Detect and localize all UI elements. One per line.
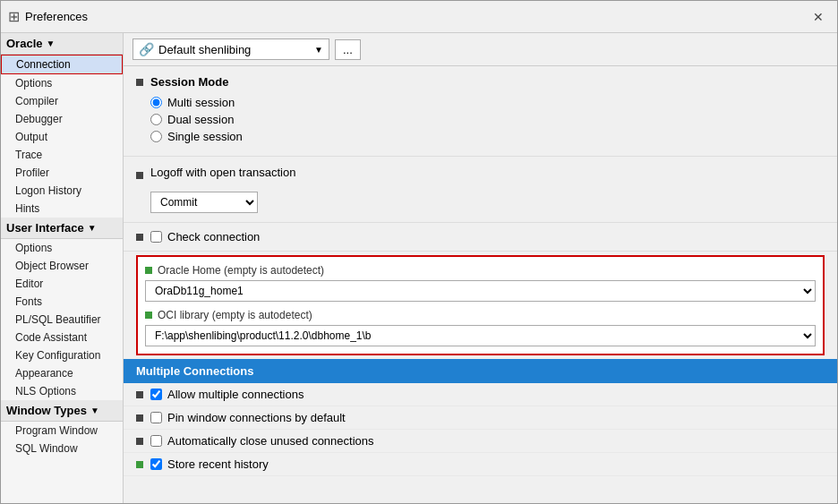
sidebar: Oracle ▼ Connection Options Compiler Deb… bbox=[1, 33, 124, 503]
sidebar-item-program-window[interactable]: Program Window bbox=[1, 422, 123, 440]
sidebar-item-editor[interactable]: Editor bbox=[1, 275, 123, 293]
store-recent-checkbox[interactable] bbox=[150, 458, 162, 470]
main-toolbar: 🔗 Default shenlibing ▼ ... bbox=[124, 33, 837, 66]
multi-session-label: Multi session bbox=[167, 96, 235, 109]
mc-auto-close: Automatically close unused connections bbox=[124, 430, 837, 453]
sidebar-item-logon-history[interactable]: Logon History bbox=[1, 182, 123, 200]
logoff-dropdown[interactable]: Commit Rollback Ask bbox=[150, 192, 258, 213]
check-connection-label: Check connection bbox=[167, 230, 260, 243]
session-mode-title: Session Mode bbox=[150, 75, 228, 89]
mc-allow-multiple: Allow multiple connections bbox=[124, 383, 837, 406]
sidebar-item-compiler[interactable]: Compiler bbox=[1, 92, 123, 110]
oci-library-label-row: OCI library (empty is autodetect) bbox=[145, 309, 816, 321]
logoff-label: Logoff with open transaction bbox=[150, 166, 295, 179]
dual-session-label: Dual session bbox=[167, 113, 234, 126]
mc-store-recent: Store recent history bbox=[124, 453, 837, 476]
session-mode-section: Session Mode Multi session Dual session … bbox=[124, 66, 837, 157]
oracle-home-label: Oracle Home (empty is autodetect) bbox=[158, 264, 324, 277]
oracle-home-oci-group: Oracle Home (empty is autodetect) OraDb1… bbox=[136, 255, 825, 355]
pin-window-checkbox[interactable] bbox=[150, 412, 162, 423]
mc-allow-marker bbox=[136, 391, 143, 398]
multi-session-row: Multi session bbox=[150, 96, 825, 109]
oci-library-label: OCI library (empty is autodetect) bbox=[158, 309, 312, 321]
check-connection-marker bbox=[136, 234, 143, 241]
window-title: Preferences bbox=[25, 10, 807, 23]
oci-library-select[interactable]: F:\app\shenlibing\product\11.2.0\dbhome_… bbox=[145, 325, 816, 346]
titlebar: ⊞ Preferences ✕ bbox=[1, 1, 837, 33]
sidebar-section-ui-label: User Interface bbox=[6, 221, 84, 235]
sidebar-section-oracle[interactable]: Oracle ▼ bbox=[1, 33, 123, 55]
mc-pin-marker bbox=[136, 414, 143, 422]
store-recent-label: Store recent history bbox=[167, 457, 269, 471]
sidebar-item-connection[interactable]: Connection bbox=[1, 55, 123, 74]
session-mode-marker bbox=[136, 79, 143, 86]
sidebar-item-output[interactable]: Output bbox=[1, 128, 123, 146]
main-panel: 🔗 Default shenlibing ▼ ... Session Mode … bbox=[124, 33, 837, 503]
check-connection-section: Check connection bbox=[124, 223, 837, 252]
oracle-home-field: Oracle Home (empty is autodetect) OraDb1… bbox=[145, 264, 816, 302]
mc-auto-close-marker bbox=[136, 438, 143, 445]
pin-window-label: Pin window connections by default bbox=[167, 411, 346, 424]
wt-section-arrow: ▼ bbox=[90, 406, 99, 415]
sidebar-section-window-types[interactable]: Window Types ▼ bbox=[1, 400, 123, 422]
oracle-section-arrow: ▼ bbox=[46, 38, 55, 48]
app-icon: ⊞ bbox=[8, 8, 20, 25]
oci-library-field: OCI library (empty is autodetect) F:\app… bbox=[145, 309, 816, 346]
logoff-section: Logoff with open transaction Commit Roll… bbox=[124, 157, 837, 223]
single-session-row: Single session bbox=[150, 130, 825, 143]
close-button[interactable]: ✕ bbox=[807, 5, 830, 29]
connection-label: Default shenlibing bbox=[158, 43, 251, 56]
mc-pin-window: Pin window connections by default bbox=[124, 406, 837, 430]
sidebar-section-oracle-label: Oracle bbox=[6, 37, 42, 50]
preferences-window: ⊞ Preferences ✕ Oracle ▼ Connection Opti… bbox=[0, 0, 838, 504]
dual-session-radio[interactable] bbox=[150, 114, 162, 125]
sidebar-item-debugger[interactable]: Debugger bbox=[1, 110, 123, 128]
single-session-radio[interactable] bbox=[150, 131, 162, 142]
sidebar-item-hints[interactable]: Hints bbox=[1, 200, 123, 218]
oracle-home-select[interactable]: OraDb11g_home1 bbox=[145, 280, 816, 302]
sidebar-item-object-browser[interactable]: Object Browser bbox=[1, 257, 123, 275]
allow-multiple-checkbox[interactable] bbox=[150, 389, 162, 400]
session-mode-options: Multi session Dual session Single sessio… bbox=[150, 96, 825, 143]
multi-session-radio[interactable] bbox=[150, 97, 162, 108]
oci-library-marker bbox=[145, 312, 152, 319]
connection-dropdown-arrow: ▼ bbox=[314, 45, 323, 55]
single-session-label: Single session bbox=[167, 130, 243, 143]
multiple-connections-title: Multiple Connections bbox=[136, 364, 253, 378]
dual-session-row: Dual session bbox=[150, 113, 825, 126]
logoff-header-row: Logoff with open transaction bbox=[136, 166, 825, 184]
oracle-home-label-row: Oracle Home (empty is autodetect) bbox=[145, 264, 816, 277]
sidebar-item-sql-window[interactable]: SQL Window bbox=[1, 440, 123, 457]
sidebar-item-appearance[interactable]: Appearance bbox=[1, 364, 123, 382]
oracle-home-marker bbox=[145, 267, 152, 274]
session-mode-header: Session Mode bbox=[136, 75, 825, 89]
sidebar-item-key-configuration[interactable]: Key Configuration bbox=[1, 346, 123, 364]
main-content: Oracle ▼ Connection Options Compiler Deb… bbox=[1, 33, 837, 503]
ui-section-arrow: ▼ bbox=[88, 223, 97, 233]
sidebar-item-fonts[interactable]: Fonts bbox=[1, 293, 123, 311]
logoff-marker bbox=[136, 172, 143, 179]
sidebar-item-ui-options[interactable]: Options bbox=[1, 239, 123, 257]
sidebar-item-trace[interactable]: Trace bbox=[1, 146, 123, 164]
sidebar-section-wt-label: Window Types bbox=[6, 404, 87, 417]
multiple-connections-header: Multiple Connections bbox=[124, 359, 837, 383]
sidebar-item-code-assistant[interactable]: Code Assistant bbox=[1, 329, 123, 346]
check-connection-checkbox[interactable] bbox=[150, 231, 162, 243]
more-button[interactable]: ... bbox=[335, 39, 361, 60]
connection-dropdown[interactable]: 🔗 Default shenlibing ▼ bbox=[133, 38, 329, 60]
allow-multiple-label: Allow multiple connections bbox=[167, 388, 304, 401]
sidebar-item-plsql-beautifier[interactable]: PL/SQL Beautifier bbox=[1, 311, 123, 329]
auto-close-label: Automatically close unused connections bbox=[167, 434, 374, 448]
sidebar-item-nls-options[interactable]: NLS Options bbox=[1, 382, 123, 400]
sidebar-item-profiler[interactable]: Profiler bbox=[1, 164, 123, 182]
auto-close-checkbox[interactable] bbox=[150, 435, 162, 447]
connection-icon: 🔗 bbox=[139, 42, 154, 56]
sidebar-item-options[interactable]: Options bbox=[1, 74, 123, 92]
mc-store-marker bbox=[136, 461, 143, 468]
sidebar-section-ui[interactable]: User Interface ▼ bbox=[1, 218, 123, 239]
